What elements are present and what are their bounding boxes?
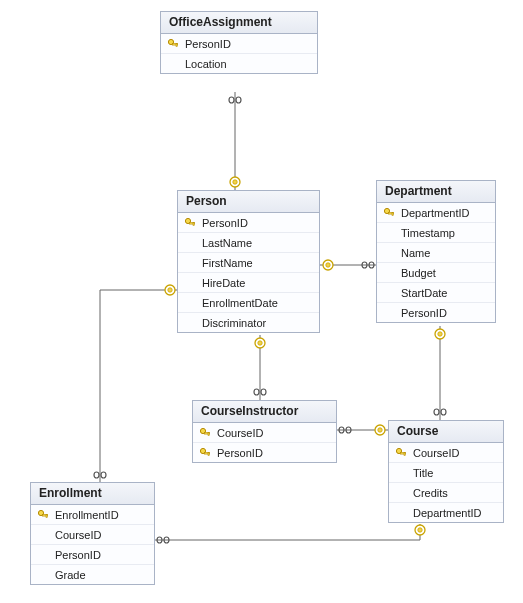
column-name: Budget: [397, 267, 436, 279]
column-name: Discriminator: [198, 317, 266, 329]
column-row: CourseID: [193, 423, 336, 443]
rel-end-many: [229, 97, 241, 103]
svg-rect-21: [208, 452, 209, 455]
column-name: PersonID: [51, 549, 101, 561]
entity-person: Person PersonIDLastNameFirstNameHireDate…: [177, 190, 320, 333]
column-row: DepartmentID: [377, 203, 495, 223]
column-row: EnrollmentDate: [178, 293, 319, 313]
primary-key-icon: [167, 38, 179, 50]
rel-end-many: [254, 389, 266, 395]
rel-end-many: [434, 409, 446, 415]
column-row: FirstName: [178, 253, 319, 273]
column-row: PersonID: [377, 303, 495, 322]
entity-columns: CourseIDTitleCreditsDepartmentID: [389, 443, 503, 522]
svg-rect-18: [208, 432, 209, 435]
column-row: Name: [377, 243, 495, 263]
column-name: DepartmentID: [409, 507, 481, 519]
key-cell: [381, 207, 397, 219]
key-cell: [182, 217, 198, 229]
column-name: EnrollmentDate: [198, 297, 278, 309]
primary-key-icon: [199, 447, 211, 459]
entity-columns: PersonIDLocation: [161, 34, 317, 73]
column-name: EnrollmentID: [51, 509, 119, 521]
rel-end-many: [362, 262, 374, 268]
entity-columns: CourseID PersonID: [193, 423, 336, 462]
entity-courseinstructor: CourseInstructor CourseID PersonID: [192, 400, 337, 463]
column-row: EnrollmentID: [31, 505, 154, 525]
column-name: FirstName: [198, 257, 253, 269]
rel-end-many: [94, 472, 106, 478]
column-name: Name: [397, 247, 430, 259]
rel-end-key: [323, 260, 333, 270]
column-row: PersonID: [31, 545, 154, 565]
key-cell: [165, 38, 181, 50]
column-name: Location: [181, 58, 227, 70]
entity-title: CourseInstructor: [193, 401, 336, 423]
rel-end-key: [415, 525, 425, 535]
er-diagram: { "entities": { "officeAssignment": { "t…: [0, 0, 523, 603]
entity-department: Department DepartmentIDTimestampNameBudg…: [376, 180, 496, 323]
rel-end-key: [230, 177, 240, 187]
rel-end-many: [339, 427, 351, 433]
entity-columns: PersonIDLastNameFirstNameHireDateEnrollm…: [178, 213, 319, 332]
column-row: CourseID: [389, 443, 503, 463]
entity-columns: EnrollmentIDCourseIDPersonIDGrade: [31, 505, 154, 584]
column-name: PersonID: [213, 447, 263, 459]
primary-key-icon: [199, 427, 211, 439]
svg-rect-9: [176, 43, 177, 46]
entity-title: Course: [389, 421, 503, 443]
column-name: CourseID: [409, 447, 459, 459]
entity-course: Course CourseIDTitleCreditsDepartmentID: [388, 420, 504, 523]
entity-title: Enrollment: [31, 483, 154, 505]
column-name: PersonID: [397, 307, 447, 319]
entity-columns: DepartmentIDTimestampNameBudgetStartDate…: [377, 203, 495, 322]
column-row: PersonID: [178, 213, 319, 233]
primary-key-icon: [37, 509, 49, 521]
column-row: Budget: [377, 263, 495, 283]
entity-title: Person: [178, 191, 319, 213]
column-row: Credits: [389, 483, 503, 503]
rel-end-key: [255, 338, 265, 348]
column-name: Timestamp: [397, 227, 455, 239]
entity-title: OfficeAssignment: [161, 12, 317, 34]
column-row: Discriminator: [178, 313, 319, 332]
column-name: CourseID: [213, 427, 263, 439]
column-row: PersonID: [161, 34, 317, 54]
column-name: HireDate: [198, 277, 245, 289]
column-name: LastName: [198, 237, 252, 249]
column-name: CourseID: [51, 529, 101, 541]
column-row: LastName: [178, 233, 319, 253]
column-name: StartDate: [397, 287, 447, 299]
svg-rect-24: [404, 452, 405, 455]
column-name: DepartmentID: [397, 207, 469, 219]
entity-officeassignment: OfficeAssignment PersonIDLocation: [160, 11, 318, 74]
rel-end-key: [375, 425, 385, 435]
key-cell: [393, 447, 409, 459]
column-name: Title: [409, 467, 433, 479]
column-name: Credits: [409, 487, 448, 499]
svg-rect-27: [46, 514, 47, 517]
key-cell: [197, 427, 213, 439]
column-name: Grade: [51, 569, 86, 581]
primary-key-icon: [184, 217, 196, 229]
column-row: PersonID: [193, 443, 336, 462]
key-cell: [35, 509, 51, 521]
entity-title: Department: [377, 181, 495, 203]
primary-key-icon: [395, 447, 407, 459]
column-row: StartDate: [377, 283, 495, 303]
column-row: Grade: [31, 565, 154, 584]
column-row: CourseID: [31, 525, 154, 545]
column-row: Timestamp: [377, 223, 495, 243]
rel-end-many: [157, 537, 169, 543]
rel-end-key: [435, 329, 445, 339]
column-row: HireDate: [178, 273, 319, 293]
rel-end-key: [165, 285, 175, 295]
column-name: PersonID: [181, 38, 231, 50]
svg-rect-12: [193, 222, 194, 225]
column-name: PersonID: [198, 217, 248, 229]
primary-key-icon: [383, 207, 395, 219]
column-row: DepartmentID: [389, 503, 503, 522]
column-row: Location: [161, 54, 317, 73]
svg-rect-15: [392, 212, 393, 215]
key-cell: [197, 447, 213, 459]
